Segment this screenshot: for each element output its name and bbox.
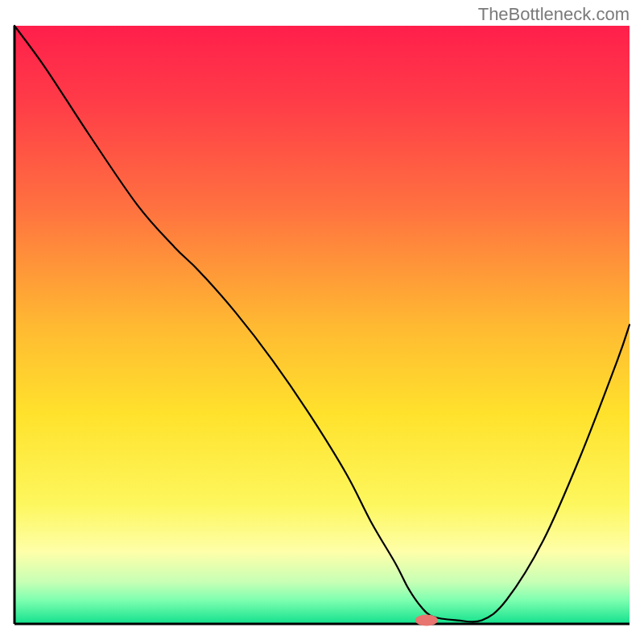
watermark-text: TheBottleneck.com — [478, 4, 630, 25]
chart-container: TheBottleneck.com — [0, 0, 644, 644]
bottleneck-chart — [0, 0, 644, 644]
sweet-spot-marker — [415, 615, 438, 626]
chart-background — [14, 26, 630, 624]
